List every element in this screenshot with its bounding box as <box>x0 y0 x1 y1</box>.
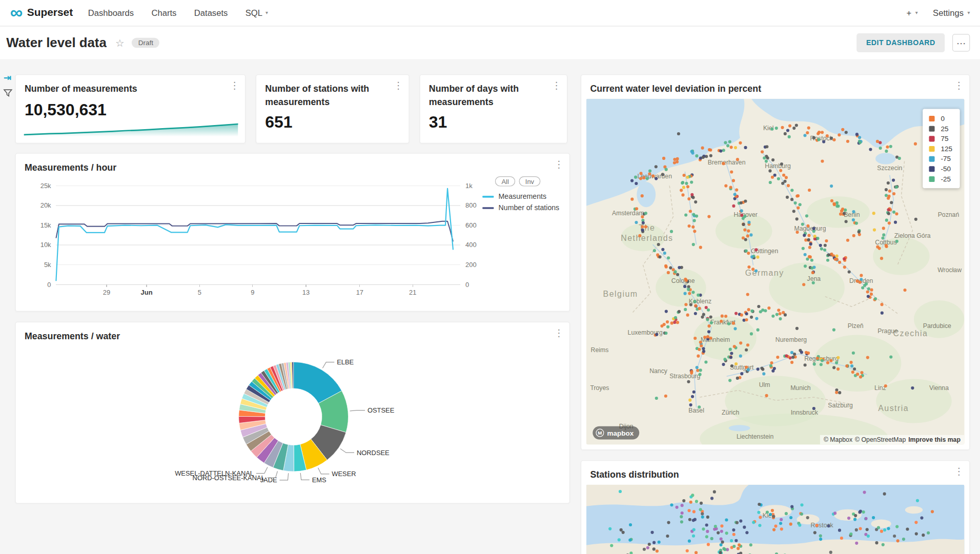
chevron-down-icon: ▾ <box>967 10 970 16</box>
map-city-label: Berlin <box>844 211 860 218</box>
mapbox-logo[interactable]: M mapbox <box>593 426 639 440</box>
legend-line-icon <box>483 207 494 209</box>
nav-item-charts[interactable]: Charts <box>152 8 177 17</box>
legend-swatch-icon <box>929 136 934 141</box>
svg-text:200: 200 <box>465 261 477 269</box>
map-legend-item[interactable]: -75 <box>929 155 952 162</box>
legend-swatch-icon <box>929 166 934 172</box>
map-legend-item[interactable]: 0 <box>929 115 952 122</box>
nav-item-datasets[interactable]: Datasets <box>194 8 228 17</box>
favorite-star-icon[interactable]: ☆ <box>115 37 125 49</box>
map-legend-item[interactable]: -25 <box>929 175 952 182</box>
svg-text:10k: 10k <box>40 241 51 249</box>
legend-select-all-button[interactable]: All <box>495 176 515 187</box>
settings-label: Settings <box>933 8 964 17</box>
map-legend-item[interactable]: 25 <box>929 125 952 132</box>
map-country-label: Germany <box>745 269 784 277</box>
chart-card-measurements-water: Measurements / water ⋮ ELBEOSTSEENORDSEE… <box>15 322 570 504</box>
header-actions: EDIT DASHBOARD ⋯ <box>856 33 973 52</box>
line-chart-canvas[interactable]: 005k20010k40015k60020k80025k1k29Jun59131… <box>16 154 571 313</box>
chart-menu-button[interactable]: ⋮ <box>554 328 563 337</box>
mapbox-attribution-link[interactable]: © Mapbox <box>824 436 852 443</box>
chart-title: Measurements / water <box>25 330 120 343</box>
chart-legend: MeasurementsNumber of stations <box>483 193 559 212</box>
chart-title: Stations distribution <box>590 468 679 482</box>
map-country-label: Czechia <box>893 329 928 338</box>
legend-select-inv-button[interactable]: Inv <box>519 176 541 187</box>
x-tick-label: 21 <box>409 289 416 296</box>
donut-chart-canvas[interactable]: ELBEOSTSEENORDSEEWESEREMSJADENORD-OSTSEE… <box>16 322 571 504</box>
x-tick-label: 17 <box>356 289 363 296</box>
filter-rail: ⇥ <box>2 73 13 97</box>
mapbox-circle-icon: M <box>596 429 604 437</box>
kpi-card-days: Number of days with measurements ⋮ 31 <box>419 74 567 143</box>
map-city-label: Zielona Góra <box>894 232 931 239</box>
map-legend-item[interactable]: -50 <box>929 165 952 173</box>
svg-text:20k: 20k <box>40 201 51 209</box>
expand-filter-bar-icon[interactable]: ⇥ <box>4 73 11 82</box>
main-nav: DashboardsChartsDatasetsSQL▾ <box>88 8 268 17</box>
osm-attribution-link[interactable]: © OpenStreetMap <box>855 436 906 443</box>
dashboard-header: Water level data ☆ Draft EDIT DASHBOARD … <box>0 27 980 59</box>
settings-menu-button[interactable]: Settings ▾ <box>933 8 970 17</box>
map-city-label: Troyes <box>590 384 609 392</box>
kpi-card-measurements: Number of measurements ⋮ 10,530,631 <box>15 74 246 143</box>
page-title: Water level data <box>6 35 107 50</box>
map-city-label: Szczecin <box>877 165 902 172</box>
map-city-label: Reims <box>591 346 609 354</box>
brand-label: Superset <box>27 7 73 19</box>
dashboard-grid: ⇥ Number of measurements ⋮ 10,530,631 Nu… <box>0 59 980 554</box>
improve-map-link[interactable]: Improve this map <box>908 436 961 443</box>
chart-card-measurements-hour: Measurements / hour ⋮ AllInv Measurement… <box>15 153 570 312</box>
chart-menu-button[interactable]: ⋮ <box>394 80 403 90</box>
kpi-card-stations: Number of stations with measurements ⋮ 6… <box>256 74 410 143</box>
deviation-map-canvas[interactable]: TheNetherlandsGermanyBelgiumCzechiaAustr… <box>586 99 964 444</box>
edit-dashboard-button[interactable]: EDIT DASHBOARD <box>856 33 945 52</box>
new-menu-button[interactable]: + ▾ <box>907 8 918 17</box>
legend-swatch-icon <box>929 115 934 121</box>
legend-item[interactable]: Number of stations <box>483 204 559 212</box>
dashboard-more-button[interactable]: ⋯ <box>952 34 970 51</box>
stations-map-canvas[interactable]: KielRostock <box>586 485 964 554</box>
donut-slice-label: WESER <box>332 470 356 478</box>
map-city-label: Salzburg <box>828 402 853 409</box>
chart-title: Measurements / hour <box>25 161 116 174</box>
map-city-label: Munich <box>790 384 811 392</box>
nav-item-sql[interactable]: SQL▾ <box>246 8 268 17</box>
map-city-label: Poznań <box>938 211 959 218</box>
map-city-label: Pardubice <box>923 322 951 330</box>
nav-item-dashboards[interactable]: Dashboards <box>88 8 134 17</box>
chart-menu-button[interactable]: ⋮ <box>954 80 964 90</box>
svg-text:1k: 1k <box>465 182 473 190</box>
map-city-label: Magdeburg <box>794 225 826 232</box>
map-city-label: Hamburg <box>765 162 791 170</box>
navbar-right: + ▾ Settings ▾ <box>907 8 970 17</box>
legend-item[interactable]: Measurements <box>483 193 559 200</box>
map-city-label: Göttingen <box>751 248 778 255</box>
svg-text:0: 0 <box>465 281 469 289</box>
x-tick-label: 29 <box>103 289 110 296</box>
filter-icon[interactable] <box>3 88 12 97</box>
chart-menu-button[interactable]: ⋮ <box>554 159 563 169</box>
chart-menu-button[interactable]: ⋮ <box>552 80 561 90</box>
svg-text:5k: 5k <box>44 261 51 269</box>
map-city-label: Nancy <box>649 367 668 375</box>
chart-menu-button[interactable]: ⋮ <box>954 466 964 476</box>
map-legend: 02575125-75-50-25 <box>923 109 960 189</box>
map-city-label: Rostock <box>810 522 833 529</box>
chart-menu-button[interactable]: ⋮ <box>230 80 239 90</box>
chart-title: Current water level deviation in percent <box>590 83 761 96</box>
kpi-value: 651 <box>265 113 292 132</box>
chart-title: Number of measurements <box>25 83 137 96</box>
brand[interactable]: ∞ Superset <box>10 6 73 20</box>
legend-swatch-icon <box>929 156 934 161</box>
x-tick-label: Jun <box>141 289 153 296</box>
map-country-label: Netherlands <box>621 234 673 242</box>
map-city-label: Basel <box>688 407 704 414</box>
legend-selector: AllInv <box>495 176 540 187</box>
map-legend-item[interactable]: 125 <box>929 145 952 153</box>
map-city-label: Wrocław <box>937 266 962 274</box>
chevron-down-icon: ▾ <box>266 10 268 16</box>
map-legend-item[interactable]: 75 <box>929 135 952 142</box>
map-city-label: Prague <box>877 327 898 335</box>
